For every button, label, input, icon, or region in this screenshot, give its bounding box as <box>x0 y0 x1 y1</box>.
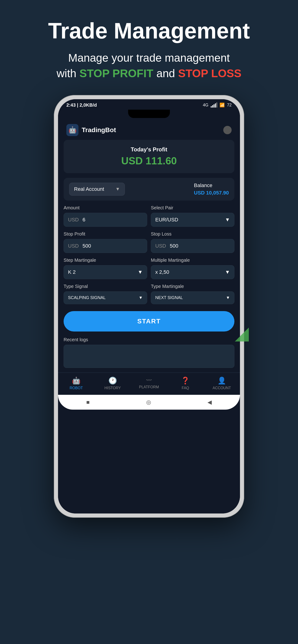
balance-block: Balance USD 10,057.90 <box>194 182 229 196</box>
logs-section: Recent logs <box>58 337 240 372</box>
account-label: Real Account <box>74 186 104 192</box>
header-subtitle: Manage your trade management with STOP P… <box>14 50 284 81</box>
faq-nav-icon: ❓ <box>181 376 190 384</box>
app-name: TradingBot <box>82 126 116 134</box>
step-martingale-chevron-icon: ▼ <box>138 269 143 275</box>
main-title: Trade Management <box>14 18 284 43</box>
pair-label: Select Pair <box>151 205 234 210</box>
battery-indicator: 72 <box>227 103 232 108</box>
multiple-martingale-value: x 2,50 <box>155 269 169 275</box>
phone-wrapper: 2:43 | 2,0KB/d 4G 📶 72 <box>54 95 244 518</box>
form-section: Amount USD 6 Select Pair EUR/USD ▼ <box>58 205 240 304</box>
stop-profit-col: Stop Profit USD 500 <box>64 231 147 253</box>
stop-profit-text: STOP PROFIT <box>79 67 153 80</box>
nav-faq-label: FAQ <box>182 386 189 390</box>
multiple-martingale-chevron-icon: ▼ <box>225 269 230 275</box>
account-nav-icon: 👤 <box>217 376 226 384</box>
stop-loss-label: Stop Loss <box>151 231 234 237</box>
stop-loss-currency: USD <box>155 243 166 249</box>
pair-dropdown[interactable]: EUR/USD ▼ <box>151 213 234 227</box>
logs-box <box>64 345 234 368</box>
profit-label: Today's Profit <box>70 146 228 153</box>
type-signal-label: Type Signal <box>64 284 147 289</box>
type-martingale-label: Type Martingale <box>151 284 234 289</box>
amount-input[interactable]: USD 6 <box>64 213 147 227</box>
pair-value: EUR/USD <box>155 217 178 223</box>
amount-label: Amount <box>64 205 147 210</box>
subtitle-mid: with <box>57 67 76 80</box>
stop-loss-text: STOP LOSS <box>178 67 241 80</box>
stop-profit-input[interactable]: USD 500 <box>64 239 147 253</box>
multiple-martingale-label: Multiple Martingale <box>151 258 234 263</box>
pair-chevron-icon: ▼ <box>225 217 230 223</box>
stop-loss-input[interactable]: USD 500 <box>151 239 234 253</box>
android-navbar: ■ ◎ ◀ <box>58 395 240 410</box>
triangle-decoration <box>235 328 249 342</box>
step-martingale-value: K 2 <box>68 269 76 275</box>
stop-profit-currency: USD <box>68 243 79 249</box>
nav-account-label: ACCOUNT <box>213 386 231 390</box>
subtitle-and: and <box>156 67 175 80</box>
robot-icon: 🤖 <box>69 126 77 134</box>
status-right: 4G 📶 72 <box>203 102 232 108</box>
stop-profit-label: Stop Profit <box>64 231 147 237</box>
balance-title: Balance <box>194 182 229 188</box>
type-signal-chevron-icon: ▼ <box>139 295 143 300</box>
amount-value: 6 <box>83 217 85 222</box>
android-triangle-btn[interactable]: ◀ <box>207 399 212 406</box>
pair-col: Select Pair EUR/USD ▼ <box>151 205 234 227</box>
robot-nav-icon: 🤖 <box>72 376 81 384</box>
android-square-btn[interactable]: ■ <box>86 399 90 406</box>
nav-history-label: HISTORY <box>104 386 121 390</box>
account-dropdown[interactable]: Real Account ▼ <box>69 183 125 196</box>
status-time: 2:43 | 2,0KB/d <box>66 102 97 108</box>
stop-loss-value: 500 <box>170 243 178 249</box>
nav-robot-label: ROBOT <box>70 386 83 390</box>
account-chevron-icon: ▼ <box>115 186 120 192</box>
type-signal-dropdown[interactable]: SCALPING SIGNAL ▼ <box>64 292 147 304</box>
type-martingale-dropdown[interactable]: NEXT SIGNAL ▼ <box>151 292 234 304</box>
step-martingale-col: Step Martingale K 2 ▼ <box>64 258 147 279</box>
form-row-1: Amount USD 6 Select Pair EUR/USD ▼ <box>64 205 234 227</box>
android-circle-btn[interactable]: ◎ <box>146 399 151 406</box>
stop-profit-value: 500 <box>83 243 91 249</box>
type-martingale-col: Type Martingale NEXT SIGNAL ▼ <box>151 284 234 304</box>
logs-label: Recent logs <box>64 337 234 342</box>
app-logo: 🤖 TradingBot <box>66 124 116 136</box>
header-section: Trade Management Manage your trade manag… <box>0 0 298 90</box>
balance-value: USD 10,057.90 <box>194 190 229 196</box>
subtitle-pre: Manage your trade management <box>68 52 230 64</box>
phone-inner: 2:43 | 2,0KB/d 4G 📶 72 <box>58 99 240 514</box>
profit-value: USD 111.60 <box>70 155 228 167</box>
platform-nav-icon: 〰 <box>146 377 152 384</box>
logo-icon: 🤖 <box>66 124 79 136</box>
type-signal-col: Type Signal SCALPING SIGNAL ▼ <box>64 284 147 304</box>
type-martingale-chevron-icon: ▼ <box>226 295 230 300</box>
stop-loss-col: Stop Loss USD 500 <box>151 231 234 253</box>
menu-button[interactable] <box>223 126 232 134</box>
form-row-4: Type Signal SCALPING SIGNAL ▼ Type Marti… <box>64 284 234 304</box>
app-header: 🤖 TradingBot <box>58 120 240 140</box>
notch-area <box>58 110 240 120</box>
nav-faq[interactable]: ❓ FAQ <box>167 376 203 390</box>
step-martingale-dropdown[interactable]: K 2 ▼ <box>64 265 147 279</box>
network-indicator: 4G <box>203 103 208 108</box>
nav-platform[interactable]: 〰 PLATFORM <box>131 377 167 389</box>
step-martingale-label: Step Martingale <box>64 258 147 263</box>
phone-frame: 2:43 | 2,0KB/d 4G 📶 72 <box>54 95 244 518</box>
amount-col: Amount USD 6 <box>64 205 147 227</box>
nav-account[interactable]: 👤 ACCOUNT <box>203 376 240 390</box>
start-button[interactable]: START <box>64 311 234 332</box>
nav-robot[interactable]: 🤖 ROBOT <box>58 376 95 390</box>
multiple-martingale-dropdown[interactable]: x 2,50 ▼ <box>151 265 234 279</box>
wifi-icon: 📶 <box>219 102 225 108</box>
type-signal-value: SCALPING SIGNAL <box>68 295 106 300</box>
nav-history[interactable]: 🕐 HISTORY <box>95 376 131 390</box>
notch <box>128 110 170 118</box>
form-row-2: Stop Profit USD 500 Stop Loss USD 500 <box>64 231 234 253</box>
multiple-martingale-col: Multiple Martingale x 2,50 ▼ <box>151 258 234 279</box>
status-bar: 2:43 | 2,0KB/d 4G 📶 72 <box>58 99 240 110</box>
amount-currency: USD <box>68 217 79 222</box>
nav-platform-label: PLATFORM <box>139 385 159 389</box>
form-row-3: Step Martingale K 2 ▼ Multiple Martingal… <box>64 258 234 279</box>
